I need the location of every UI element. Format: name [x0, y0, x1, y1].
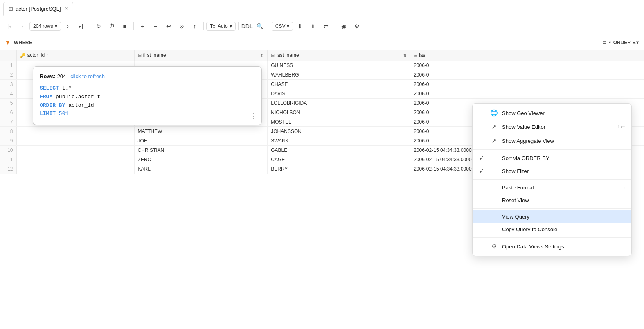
export-button[interactable]: ⬆ [307, 20, 319, 32]
divider-3 [203, 22, 204, 30]
menu-divider [473, 179, 631, 180]
settings-button[interactable]: ⚙ [351, 20, 363, 32]
row-number-cell: 3 [0, 80, 16, 89]
first-name-sort-icon[interactable]: ⇅ [261, 53, 264, 58]
where-label: WHERE [14, 40, 32, 45]
ddl-button[interactable]: DDL [241, 20, 253, 32]
actor-id-label: actor_id [27, 52, 45, 58]
col-header-last-name[interactable]: ⊟ last_name ⇅ [268, 50, 410, 61]
next-row-button[interactable]: › [62, 20, 74, 32]
query-line-1: SELECT t.* [40, 84, 255, 93]
actor-id-cell [16, 164, 134, 174]
click-to-refresh-link[interactable]: click to refresh [70, 73, 105, 79]
last-name-cell: DAVIS [268, 89, 410, 99]
tab-bar: ⊞ actor [PostgreSQL] × ⋮ [0, 0, 644, 17]
context-menu: 🌐Show Geo Viewer↗Show Value Editor⇧↩↗Sho… [472, 103, 632, 256]
menu-item-show-value-editor[interactable]: ↗Show Value Editor⇧↩ [473, 120, 631, 134]
tx-selector[interactable]: Tx: Auto ▾ [206, 22, 236, 31]
order-arrow: ▾ [609, 40, 611, 45]
col-header-last-update[interactable]: ⊟ las [410, 50, 644, 61]
menu-arrow-paste-format: › [623, 185, 625, 191]
actor-id-cell [16, 146, 134, 155]
row-number-cell: 12 [0, 164, 16, 174]
menu-item-show-geo-viewer[interactable]: 🌐Show Geo Viewer [473, 106, 631, 120]
last-update-cell: 2006-0 [410, 61, 644, 70]
menu-item-sort-via-order-by[interactable]: ✓Sort via ORDER BY [473, 151, 631, 164]
rows-dropdown-icon: ▾ [55, 23, 57, 29]
search-button[interactable]: 🔍 [254, 20, 266, 32]
last-update-type-icon: ⊟ [414, 53, 417, 58]
stop-button[interactable]: ■ [119, 20, 131, 32]
last-name-cell: NICHOLSON [268, 108, 410, 117]
menu-icon-show-geo-viewer: 🌐 [490, 109, 498, 117]
menu-item-paste-format[interactable]: Paste Format› [473, 181, 631, 194]
add-row-button[interactable]: + [136, 20, 149, 32]
first-name-cell: JOE [134, 136, 268, 146]
transfer-button[interactable]: ⇄ [320, 20, 332, 32]
menu-item-show-aggregate-view[interactable]: ↗Show Aggregate View [473, 134, 631, 148]
save-button[interactable]: ↑ [189, 20, 201, 32]
actor-id-type-icon: 🔑 [20, 53, 26, 58]
menu-item-copy-query-to-console[interactable]: Copy Query to Console [473, 223, 631, 236]
preview-button[interactable]: ◉ [338, 20, 350, 32]
menu-item-show-filter[interactable]: ✓Show Filter [473, 164, 631, 178]
prev-row-button[interactable]: ‹ [16, 20, 29, 32]
row-number-cell: 6 [0, 108, 16, 117]
row-number-cell: 9 [0, 136, 16, 146]
menu-icon-open-data-views-settings: ⚙ [490, 243, 498, 250]
row-number-cell: 11 [0, 155, 16, 164]
last-update-cell: 2006-0 [410, 89, 644, 99]
copy-button[interactable]: ⊙ [176, 20, 188, 32]
menu-label-sort-via-order-by: Sort via ORDER BY [502, 155, 625, 161]
rows-bold-label: Rows: [40, 73, 56, 79]
table-icon: ⊞ [9, 6, 13, 12]
tab-label: actor [PostgreSQL] [16, 6, 61, 12]
popup-more-button[interactable]: ⋮ [250, 112, 257, 120]
actor-tab[interactable]: ⊞ actor [PostgreSQL] × [3, 2, 73, 16]
last-name-cell: JOHANSSON [268, 127, 410, 136]
menu-label-open-data-views-settings: Open Data Views Settings... [502, 243, 625, 250]
menu-item-view-query[interactable]: View Query [473, 210, 631, 223]
first-row-button[interactable]: |◂ [3, 20, 16, 32]
history-button[interactable]: ⏱ [106, 20, 118, 32]
query-line-3: ORDER BY actor_id [40, 101, 255, 110]
csv-dropdown-icon: ▾ [287, 23, 289, 29]
more-tabs-button[interactable]: ⋮ [633, 4, 641, 13]
row-number-cell: 10 [0, 146, 16, 155]
col-header-actor-id[interactable]: 🔑 actor_id ↑ [16, 50, 134, 61]
order-label: ORDER BY [613, 40, 639, 45]
last-name-sort-icon[interactable]: ⇅ [403, 53, 407, 58]
delete-row-button[interactable]: − [149, 20, 162, 32]
first-name-type-icon: ⊟ [138, 53, 142, 58]
first-name-cell: ZERO [134, 155, 268, 164]
actor-id-sort-icon[interactable]: ↑ [46, 53, 48, 58]
menu-kbd-show-value-editor: ⇧↩ [617, 124, 625, 130]
csv-selector[interactable]: CSV ▾ [272, 22, 293, 31]
menu-divider [473, 237, 631, 238]
menu-check-sort-via-order-by: ✓ [479, 155, 486, 161]
last-update-cell: 2006-0 [410, 70, 644, 80]
divider-6 [335, 22, 335, 30]
refresh-button[interactable]: ↻ [92, 20, 105, 32]
row-number-cell: 7 [0, 117, 16, 127]
tab-close-button[interactable]: × [65, 6, 68, 11]
menu-icon-show-value-editor: ↗ [490, 123, 498, 131]
row-number-cell: 5 [0, 99, 16, 108]
menu-label-paste-format: Paste Format [502, 185, 619, 191]
menu-item-reset-view[interactable]: Reset View [473, 194, 631, 207]
query-line-4: LIMIT 501 [40, 110, 255, 118]
undo-button[interactable]: ↩ [162, 20, 175, 32]
first-name-cell: KARL [134, 164, 268, 174]
table-container: 🔑 actor_id ↑ ⊟ first_name ⇅ ⊟ last_ [0, 50, 644, 329]
menu-item-open-data-views-settings[interactable]: ⚙Open Data Views Settings... [473, 239, 631, 253]
query-popup-header: Rows: 204 click to refresh [40, 73, 255, 79]
rows-count-value: 204 [57, 73, 66, 79]
col-header-first-name[interactable]: ⊟ first_name ⇅ [134, 50, 268, 61]
order-section: ≡ ▾ ORDER BY [603, 39, 639, 46]
download-button[interactable]: ⬇ [294, 20, 306, 32]
rows-selector[interactable]: 204 rows ▾ [29, 22, 61, 31]
last-row-button[interactable]: ▸| [75, 20, 87, 32]
row-number-cell: 8 [0, 127, 16, 136]
last-name-cell: GUINESS [268, 61, 410, 70]
toolbar: |◂ ‹ 204 rows ▾ › ▸| ↻ ⏱ ■ + − ↩ ⊙ ↑ Tx:… [0, 17, 644, 35]
